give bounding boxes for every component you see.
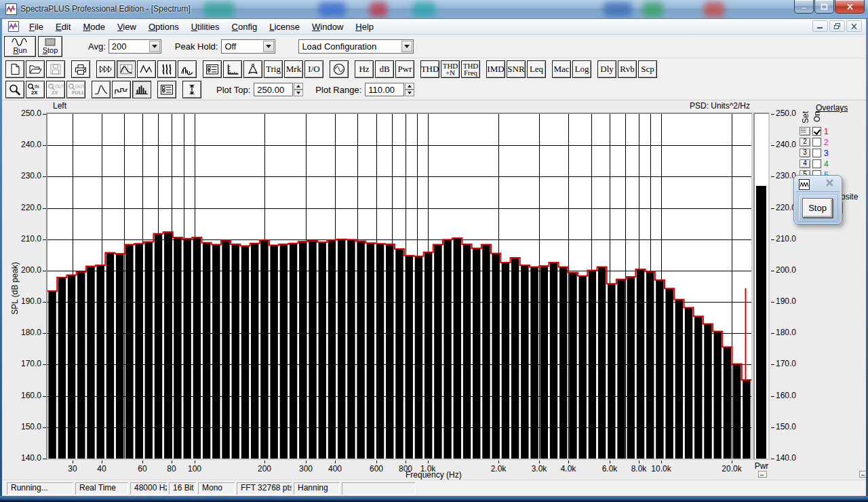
x-axis-tick xyxy=(335,461,336,463)
stop-button[interactable]: Stop xyxy=(38,36,62,57)
plot-top-input[interactable] xyxy=(254,83,293,96)
menu-window[interactable]: Window xyxy=(306,20,349,34)
close-icon[interactable] xyxy=(825,179,834,187)
io-device-button[interactable]: I/O xyxy=(304,60,323,78)
spectrogram-view-button[interactable] xyxy=(157,60,176,78)
leq-button[interactable]: Leq xyxy=(527,60,546,78)
mdi-minimize-button[interactable] xyxy=(812,20,828,32)
new-file-button[interactable] xyxy=(5,60,24,78)
reverb-button[interactable]: Rvb xyxy=(618,60,637,78)
overlay-on-checkbox-1[interactable] xyxy=(812,127,821,136)
overlay-on-checkbox-2[interactable] xyxy=(812,138,821,147)
menu-options[interactable]: Options xyxy=(142,20,185,34)
y-axis-label-right: 250.0 xyxy=(776,109,796,118)
menu-mode[interactable]: Mode xyxy=(77,20,111,34)
surface3d-icon xyxy=(180,63,195,75)
overlay-number-label: 3 xyxy=(824,149,829,158)
run-button[interactable]: Run xyxy=(4,36,36,57)
scope-button[interactable]: Scp xyxy=(638,60,657,78)
zoom-in-2x-button[interactable]: IN2X xyxy=(26,81,45,98)
save-icon xyxy=(48,63,63,75)
overlay-set-button-2[interactable]: 2 xyxy=(800,138,810,147)
step-plot-button[interactable] xyxy=(112,81,131,98)
vertical-scale-button[interactable] xyxy=(182,81,201,98)
display-options-button[interactable] xyxy=(203,60,222,78)
document-icon[interactable] xyxy=(8,21,19,32)
window-title: SpectraPLUS Professional Edition - [Spec… xyxy=(20,4,191,14)
menu-config[interactable]: Config xyxy=(226,20,264,34)
power-units-button[interactable]: Pwr xyxy=(395,60,414,78)
overlay-on-checkbox-3[interactable] xyxy=(812,149,821,157)
snr-button[interactable]: SNR xyxy=(507,60,526,78)
pane-collapse-button[interactable] xyxy=(758,471,767,478)
macro-button[interactable]: Mac xyxy=(552,60,571,78)
signal-generator-button[interactable] xyxy=(330,60,349,78)
process-button[interactable] xyxy=(96,60,115,78)
overlay-set-button-1[interactable] xyxy=(800,127,810,136)
menu-edit[interactable]: Edit xyxy=(50,20,77,34)
frequency-units-button[interactable]: Hz xyxy=(355,60,374,78)
thd-button[interactable]: THD xyxy=(420,60,439,78)
chevron-down-icon[interactable] xyxy=(149,41,160,52)
plot-range-stepper[interactable] xyxy=(405,83,414,96)
x-axis-label: 4.0k xyxy=(549,464,587,474)
stop-dialog-titlebar[interactable] xyxy=(796,177,840,192)
trigger-button[interactable]: Trig xyxy=(264,60,283,78)
amplitude-units-button[interactable]: dB xyxy=(375,60,394,78)
time-series-view-button[interactable] xyxy=(137,60,156,78)
y-axis-tick xyxy=(43,176,46,177)
stop-dialog[interactable]: Stop xyxy=(793,175,842,225)
menu-utilities[interactable]: Utilities xyxy=(185,20,226,34)
x-axis-label: 400 xyxy=(316,464,354,474)
power-units-button-label: Pwr xyxy=(398,65,412,73)
leq-button-label: Leq xyxy=(530,65,543,73)
mdi-restore-button[interactable] xyxy=(829,20,845,32)
open-file-button[interactable] xyxy=(26,60,45,78)
y-axis-tick xyxy=(771,427,774,428)
avg-select[interactable]: 200 xyxy=(108,39,161,54)
logging-button[interactable]: Log xyxy=(572,60,591,78)
plot-options-button[interactable] xyxy=(157,81,176,98)
close-button[interactable] xyxy=(835,0,865,14)
imd-button[interactable]: IMD xyxy=(486,60,505,78)
bar-plot-button[interactable] xyxy=(132,81,151,98)
y-axis-label-right: 210.0 xyxy=(776,234,796,244)
overlay-set-button-4[interactable]: 4 xyxy=(800,159,810,168)
calibration-button[interactable] xyxy=(243,60,262,78)
svg-text:OUT: OUT xyxy=(75,84,84,89)
surface-view-button[interactable] xyxy=(178,60,197,78)
line-plot-button[interactable] xyxy=(92,81,111,98)
menu-file[interactable]: File xyxy=(23,20,50,34)
overlay-set-button-3[interactable]: 3 xyxy=(800,149,810,157)
plot-toolbar: IN2XOUT2XOUTFULL Plot Top: Plot Range: xyxy=(2,79,866,100)
generator-icon xyxy=(332,63,347,75)
markers-button[interactable]: Mrk xyxy=(284,60,303,78)
delay-button[interactable]: Dly xyxy=(597,60,616,78)
menu-license[interactable]: License xyxy=(263,20,306,34)
status-bar: Running...Real Time48000 Hz16 BitMonoFFT… xyxy=(2,480,866,496)
zoom-button[interactable] xyxy=(5,81,24,98)
peak-hold-select[interactable]: Off xyxy=(221,39,275,54)
minimize-button[interactable] xyxy=(794,0,814,14)
thd-n-button[interactable]: THD +N xyxy=(441,60,460,78)
mdi-close-button[interactable] xyxy=(846,20,862,32)
thd-freq-button[interactable]: THD Freq xyxy=(461,60,480,78)
spectrum-plot[interactable] xyxy=(46,113,753,460)
maximize-button[interactable] xyxy=(814,0,834,14)
y-axis-label-right: 170.0 xyxy=(776,359,796,368)
plot-top-stepper[interactable] xyxy=(294,83,303,96)
print-button[interactable] xyxy=(71,60,90,78)
desktop-blob xyxy=(643,2,663,17)
menu-view[interactable]: View xyxy=(111,20,142,34)
chevron-down-icon[interactable] xyxy=(401,41,412,52)
load-configuration-select[interactable]: Load Configuration xyxy=(298,39,414,54)
y-axis-label: 250.0 xyxy=(12,109,41,118)
overlay-on-checkbox-4[interactable] xyxy=(812,159,821,168)
plot-range-input[interactable] xyxy=(365,83,404,96)
spectrum-view-button[interactable] xyxy=(117,60,136,78)
scaling-button[interactable] xyxy=(223,60,242,78)
dialog-stop-button[interactable]: Stop xyxy=(802,198,833,218)
chevron-down-icon[interactable] xyxy=(263,41,274,52)
io-device-button-label: I/O xyxy=(308,65,319,73)
menu-help[interactable]: Help xyxy=(349,20,380,34)
